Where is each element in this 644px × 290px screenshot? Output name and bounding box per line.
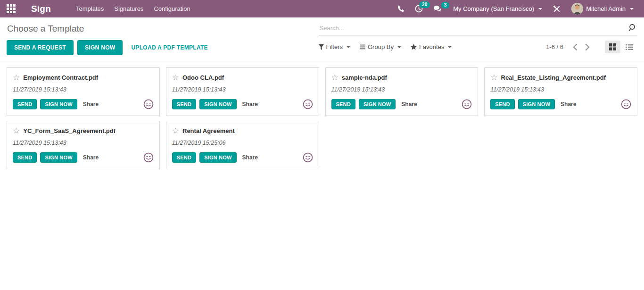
favorites-label: Favorites [419, 43, 444, 50]
share-button[interactable]: Share [561, 101, 576, 108]
template-title[interactable]: YC_Form_SaaS_Agreement.pdf [23, 127, 116, 134]
chevron-down-icon [538, 8, 542, 10]
company-switcher[interactable]: My Company (San Francisco) [448, 2, 547, 15]
activity-smiley-button[interactable] [303, 99, 313, 109]
view-switcher [605, 41, 637, 53]
debug-tools-button[interactable] [549, 1, 565, 17]
send-button[interactable]: SEND [172, 152, 196, 163]
wrench-icon [553, 5, 561, 13]
sign-now-button[interactable]: SIGN NOW [199, 99, 236, 109]
menu-item-templates[interactable]: Templates [71, 0, 109, 17]
favorite-star-icon[interactable]: ☆ [172, 74, 179, 82]
search-input[interactable] [319, 22, 637, 35]
template-title[interactable]: sample-nda.pdf [342, 74, 387, 81]
kanban-view: ☆ Employment Contract.pdf 11/27/2019 15:… [0, 61, 644, 175]
favorite-star-icon[interactable]: ☆ [13, 127, 20, 135]
template-card[interactable]: ☆ Real_Estate_Listing_Agreement.pdf 11/2… [484, 67, 637, 116]
template-card[interactable]: ☆ sample-nda.pdf 11/27/2019 15:13:43 SEN… [325, 67, 479, 116]
search-button[interactable] [627, 23, 637, 33]
search-options-row: Filters Group By [319, 41, 637, 53]
pager-previous-button[interactable] [570, 43, 580, 51]
send-request-button[interactable]: SEND A REQUEST [7, 40, 74, 55]
app-name[interactable]: Sign [31, 4, 51, 14]
group-by-dropdown[interactable]: Group By [360, 43, 401, 50]
menu-item-signatures[interactable]: Signatures [109, 0, 149, 17]
smiley-icon [143, 152, 154, 163]
template-date: 11/27/2019 15:13:43 [13, 140, 154, 146]
activity-smiley-button[interactable] [143, 152, 154, 163]
voip-button[interactable] [393, 1, 409, 17]
activity-smiley-button[interactable] [143, 99, 154, 109]
chevron-down-icon [397, 46, 401, 48]
sign-now-button[interactable]: SIGN NOW [40, 99, 77, 109]
filters-dropdown[interactable]: Filters [319, 43, 350, 50]
template-title[interactable]: Rental Agreement [182, 127, 235, 134]
send-button[interactable]: SEND [13, 99, 37, 109]
user-menu[interactable]: Mitchell Admin [567, 0, 638, 17]
list-view-button[interactable] [621, 41, 637, 53]
share-button[interactable]: Share [401, 101, 417, 108]
template-card[interactable]: ☆ YC_Form_SaaS_Agreement.pdf 11/27/2019 … [7, 121, 160, 169]
send-button[interactable]: SEND [172, 99, 196, 109]
favorites-dropdown[interactable]: Favorites [411, 43, 452, 50]
template-card[interactable]: ☆ Rental Agreement 11/27/2019 15:25:06 S… [166, 121, 319, 169]
favorite-star-icon[interactable]: ☆ [172, 127, 179, 135]
share-button[interactable]: Share [83, 101, 99, 108]
group-by-icon [360, 44, 365, 50]
filters-label: Filters [326, 43, 343, 50]
sign-now-button[interactable]: SIGN NOW [199, 152, 236, 163]
search-bar [319, 22, 637, 35]
control-panel: Choose a Template SEND A REQUEST SIGN NO… [0, 17, 644, 61]
send-button[interactable]: SEND [490, 99, 514, 109]
apps-menu-button[interactable] [0, 0, 22, 17]
upload-pdf-template-button[interactable]: UPLOAD A PDF TEMPLATE [126, 41, 213, 55]
chevron-right-icon [585, 44, 590, 50]
favorite-star-icon[interactable]: ☆ [13, 74, 20, 82]
card-header: ☆ Rental Agreement [172, 127, 313, 135]
filter-icon [319, 44, 324, 50]
messages-badge: 3 [441, 2, 450, 8]
sign-now-button[interactable]: SIGN NOW [518, 99, 555, 109]
pager-next-button[interactable] [582, 43, 593, 51]
sign-now-button[interactable]: SIGN NOW [40, 152, 77, 163]
kanban-view-button[interactable] [605, 41, 620, 53]
template-title[interactable]: Odoo CLA.pdf [182, 74, 224, 81]
smiley-icon [621, 99, 631, 109]
page-title: Choose a Template [7, 22, 316, 35]
company-name: My Company (San Francisco) [453, 5, 534, 12]
activity-smiley-button[interactable] [303, 152, 313, 163]
sign-now-button[interactable]: SIGN NOW [359, 99, 396, 109]
template-date: 11/27/2019 15:13:43 [331, 86, 472, 93]
menu-item-configuration[interactable]: Configuration [149, 0, 195, 17]
smiley-icon [462, 99, 472, 109]
card-footer: SEND SIGN NOW Share [13, 99, 154, 109]
user-name: Mitchell Admin [586, 5, 626, 12]
template-title[interactable]: Employment Contract.pdf [23, 74, 98, 81]
activity-smiley-button[interactable] [462, 99, 472, 109]
control-panel-right: Filters Group By [316, 22, 637, 55]
share-button[interactable]: Share [242, 154, 258, 161]
control-panel-left: Choose a Template SEND A REQUEST SIGN NO… [7, 22, 316, 55]
share-button[interactable]: Share [242, 101, 258, 108]
send-button[interactable]: SEND [13, 152, 37, 163]
smiley-icon [303, 99, 313, 109]
systray: 20 3 My Company (San Francisco) [393, 0, 638, 17]
pager-value: 1-6 / 6 [546, 43, 563, 50]
smiley-icon [303, 152, 313, 163]
template-title[interactable]: Real_Estate_Listing_Agreement.pdf [501, 74, 606, 81]
favorites-star-icon [411, 44, 417, 50]
favorite-star-icon[interactable]: ☆ [490, 74, 497, 82]
messages-button[interactable]: 3 [429, 1, 446, 17]
sign-now-button[interactable]: SIGN NOW [77, 40, 123, 55]
template-card[interactable]: ☆ Odoo CLA.pdf 11/27/2019 15:13:43 SEND … [166, 67, 319, 116]
pager: 1-6 / 6 [546, 43, 593, 51]
favorite-star-icon[interactable]: ☆ [331, 74, 339, 82]
card-footer: SEND SIGN NOW Share [490, 99, 631, 109]
topbar: Sign Templates Signatures Configuration … [0, 0, 644, 17]
template-card[interactable]: ☆ Employment Contract.pdf 11/27/2019 15:… [7, 67, 160, 116]
send-button[interactable]: SEND [331, 99, 355, 109]
activities-button[interactable]: 20 [411, 1, 427, 17]
share-button[interactable]: Share [83, 154, 99, 161]
activity-smiley-button[interactable] [621, 99, 631, 109]
search-icon [628, 24, 636, 32]
